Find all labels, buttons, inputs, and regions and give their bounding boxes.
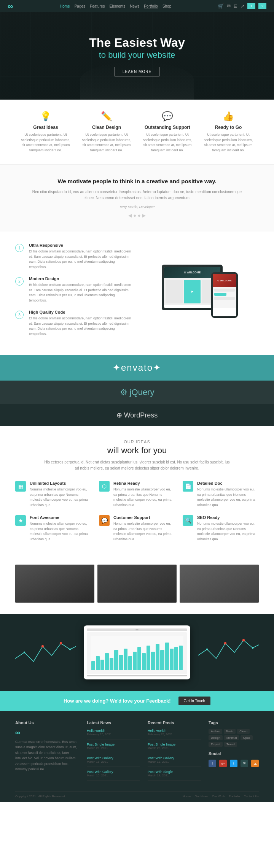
hero-cta-button[interactable]: LEARN MORE <box>115 67 159 76</box>
device-mockup: ⊙ WELCOME ▶ ⊙ WELCOME <box>141 243 259 343</box>
post-date-2: March 20, 2021 <box>148 746 201 750</box>
social-twitter[interactable]: t <box>230 760 237 767</box>
search-icon[interactable]: ⊟ <box>234 3 237 9</box>
chart-bar <box>179 646 183 670</box>
footer-link-contact[interactable]: Contact Us <box>244 795 259 798</box>
feature-detail-3: 3 High Quality Code Et his dolore omitta… <box>15 310 133 336</box>
footer-link-work[interactable]: Our Work <box>212 795 225 798</box>
hero-title: The Easiest Way <box>89 35 185 50</box>
nav-pages[interactable]: Pages <box>75 4 85 8</box>
nav-shop[interactable]: Shop <box>162 4 171 8</box>
feature-detail-text-1: Et his dolore omittam accommodare, nam o… <box>29 249 133 270</box>
idea-title-1: Unlimited Layouts <box>30 481 91 486</box>
feature-title-3: Outstanding Support <box>141 125 194 130</box>
tag-item[interactable]: Opus <box>241 735 252 740</box>
footer-link-portfolio[interactable]: Portfolio <box>229 795 240 798</box>
feature-clean-design: ✏️ Clean Design Ut scelerisque parturien… <box>76 111 137 153</box>
num-1: 1 <box>15 244 24 252</box>
footer-news-item-4: Post With Gallery March 15, 2021 <box>87 770 140 781</box>
hero-subtitle: to build your website <box>89 50 185 60</box>
post-link-4[interactable]: Post With Single <box>148 770 201 774</box>
gallery-item-3[interactable] <box>180 565 259 603</box>
svg-point-3 <box>69 649 71 651</box>
news-link-2[interactable]: Post Single Image <box>87 743 140 746</box>
footer-tags-social: Tags AuthorBasicCleanDesignMinimalOpusPr… <box>209 720 259 784</box>
news-link-3[interactable]: Post With Gallery <box>87 756 140 760</box>
logo[interactable]: ∞ <box>8 2 13 11</box>
news-link-1[interactable]: Hello world! <box>87 729 140 733</box>
tag-cloud: AuthorBasicCleanDesignMinimalOpusProject… <box>209 729 259 747</box>
quote-text: Nec cibo disputando id, eos ad alienum c… <box>30 189 244 201</box>
chart-bar <box>142 653 146 670</box>
feedback-button[interactable]: Get In Touch <box>178 697 211 705</box>
tag-item[interactable]: Design <box>209 735 223 740</box>
font-icon: ★ <box>15 515 26 526</box>
tag-item[interactable]: Author <box>209 729 222 734</box>
post-link-1[interactable]: Hello world! <box>148 729 201 733</box>
retina-icon: ⬡ <box>99 481 110 492</box>
news-link-4[interactable]: Post With Gallery <box>87 770 140 774</box>
tag-item[interactable]: Travel <box>224 742 237 747</box>
chart-bar <box>160 650 164 670</box>
footer-link-news[interactable]: Our News <box>194 795 208 798</box>
idea-title-2: Retina Ready <box>113 481 175 486</box>
footer-post-3: Post With Gallery March 19, 2021 <box>148 756 201 767</box>
pencil-icon: ✏️ <box>80 111 133 122</box>
idea-unlimited-layouts: ▦ Unlimited Layouts Nonums molestie ulla… <box>15 481 91 508</box>
nav-links: Home Pages Features Elements News Portfo… <box>60 4 171 8</box>
nav-portfolio[interactable]: Portfolio <box>144 4 158 8</box>
feature-detail-title-3: High Quality Code <box>29 310 133 314</box>
tag-item[interactable]: Minimal <box>224 735 239 740</box>
feature-title-2: Clean Design <box>80 125 133 130</box>
feature-great-ideas: 💡 Great Ideas Ut scelerisque parturient.… <box>15 111 76 153</box>
gallery-item-2[interactable] <box>97 565 177 603</box>
footer-news: Latest News Hello world! February 25, 20… <box>87 720 140 784</box>
nav-home[interactable]: Home <box>60 4 70 8</box>
nav-features[interactable]: Features <box>90 4 105 8</box>
footer-posts: Recent Posts Hello world! February 25, 2… <box>148 720 201 784</box>
idea-text-3: Nonums molestie ullamcorper voo eu, ea p… <box>197 487 259 508</box>
chart-bar <box>114 650 118 670</box>
footer-copyright: Copyright 2021 · All Rights Reserved <box>15 795 65 798</box>
idea-title-6: SEO Ready <box>197 515 259 520</box>
nav-cta-button[interactable]: 1 <box>247 3 255 9</box>
social-facebook[interactable]: f <box>209 760 216 767</box>
nav-news[interactable]: News <box>130 4 139 8</box>
chart-bar <box>128 656 132 670</box>
nav-elements[interactable]: Elements <box>110 4 126 8</box>
feature-detail-text-3: Et his dolore omittam accommodare, nam o… <box>29 316 133 336</box>
post-link-3[interactable]: Post With Gallery <box>148 756 201 760</box>
idea-detailed-doc: 📄 Detailed Doc Nonums molestie ullamcorp… <box>183 481 259 508</box>
tag-item[interactable]: Clean <box>237 729 250 734</box>
share-icon[interactable]: ↗ <box>241 3 244 9</box>
footer: About Us ∞ Cu mea esse error honestatis.… <box>0 711 274 802</box>
social-mail[interactable]: ✉ <box>241 760 248 767</box>
svg-point-1 <box>60 642 62 644</box>
left-line-chart <box>15 630 76 675</box>
mail-icon[interactable]: ✉ <box>227 3 231 9</box>
social-rss[interactable]: ☁ <box>251 760 259 767</box>
footer-link-home[interactable]: Home <box>183 795 191 798</box>
quote-nav-dots[interactable]: ◀ ● ● ▶ <box>30 213 244 218</box>
footer-logo: ∞ <box>15 729 79 737</box>
laptop-chart <box>84 625 190 679</box>
post-link-2[interactable]: Post Single Image <box>148 743 201 746</box>
num-3: 3 <box>15 311 24 319</box>
footer-post-1: Hello world! February 25, 2021 <box>148 729 201 739</box>
svg-point-5 <box>242 639 245 641</box>
tag-item[interactable]: Basic <box>224 729 236 734</box>
idea-seo-ready: 🔍 SEO Ready Nonums molestie ullamcorper … <box>183 515 259 542</box>
post-date-4: March 18, 2021 <box>148 774 201 777</box>
feature-text-3: Ut scelerisque parturient. Ut scelerisqu… <box>141 132 194 153</box>
nav-cta-button2[interactable]: 2 <box>258 3 266 9</box>
gallery-item-1[interactable] <box>15 565 94 603</box>
social-google[interactable]: G+ <box>219 760 227 767</box>
feature-detail-2: 2 Modern Design Et his dolore omittam ac… <box>15 276 133 303</box>
tag-item[interactable]: Project <box>209 742 223 747</box>
footer-nav-links: Home Our News Our Work Portfolio Contact… <box>183 795 259 798</box>
cart-icon[interactable]: 🛒 <box>218 3 224 9</box>
chart-bar <box>105 653 109 670</box>
chart-screen <box>87 632 187 674</box>
feature-support: 💬 Outstanding Support Ut scelerisque par… <box>137 111 198 153</box>
nav-actions: 🛒 ✉ ⊟ ↗ 1 2 <box>218 3 266 9</box>
